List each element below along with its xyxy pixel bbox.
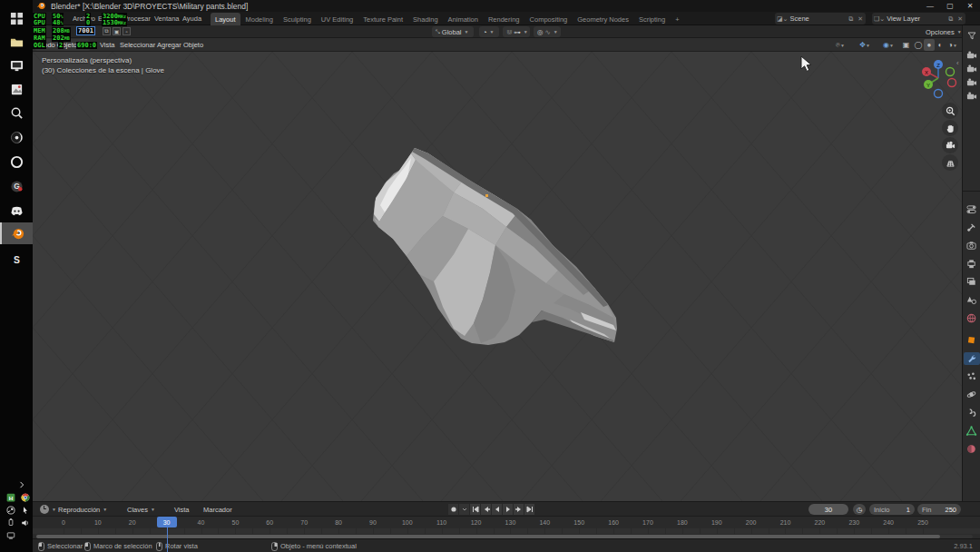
properties-tab-render[interactable] <box>965 240 978 252</box>
osd-button[interactable]: ⧉ <box>103 27 111 35</box>
xray-toggle[interactable]: ▣ <box>900 39 912 51</box>
properties-tab-view-layer[interactable] <box>965 276 978 289</box>
tab-geometry-nodes[interactable]: Geometry Nodes <box>573 13 633 25</box>
shading-material-button[interactable]: ◐ <box>935 39 946 51</box>
copy-icon[interactable]: ⧉ <box>848 15 853 23</box>
tab-texture-paint[interactable]: Texture Paint <box>358 13 407 25</box>
title-bar[interactable]: Blender* [X:\Blender 3D\PROYECTS\Militar… <box>33 0 980 12</box>
tab-+[interactable]: + <box>671 13 683 25</box>
properties-tab-physics[interactable] <box>965 389 978 401</box>
navigation-gizmo[interactable]: Z X Y <box>917 57 959 99</box>
options-dropdown[interactable]: Opciones▼ <box>922 26 965 37</box>
properties-tab-constraints[interactable] <box>965 407 978 419</box>
zoom-tool-button[interactable] <box>942 103 958 119</box>
properties-tab-editor-type[interactable] <box>965 203 978 216</box>
tab-modeling[interactable]: Modeling <box>241 13 278 25</box>
taskbar-file-explorer-icon[interactable] <box>4 31 29 53</box>
close-icon[interactable]: ✕ <box>957 15 963 23</box>
menu-ayuda[interactable]: Ayuda <box>179 12 205 25</box>
snap-target-dropdown[interactable]: ⋓⊶▼ <box>503 26 530 37</box>
properties-tab-world[interactable] <box>965 312 978 325</box>
tray-h-app-icon[interactable]: H <box>5 492 17 503</box>
jump-to-end-button[interactable] <box>524 504 534 515</box>
outliner-item-camera-icon[interactable] <box>965 76 978 89</box>
properties-tab-material[interactable] <box>965 443 978 456</box>
current-frame-field[interactable]: 30 <box>808 504 848 515</box>
shading-rendered-button[interactable]: ◑▼ <box>946 39 960 51</box>
osd-button[interactable]: ▫ <box>122 27 131 35</box>
close-icon[interactable]: ✕ <box>858 15 863 23</box>
gizmos-dropdown[interactable]: ✥▼ <box>855 39 875 51</box>
taskbar-blender-icon[interactable] <box>0 222 33 244</box>
properties-tab-object-data[interactable] <box>965 425 978 438</box>
taskbar-monitor-app-icon[interactable] <box>4 54 29 76</box>
timeline-menu-claves[interactable]: Claves▼ <box>123 502 159 517</box>
properties-tab-particles[interactable] <box>965 370 978 383</box>
tray-speaker-icon[interactable] <box>19 518 32 528</box>
frame-clock-icon[interactable]: ◷ <box>853 504 866 515</box>
viewport-menu-objeto[interactable]: Objeto <box>180 38 207 52</box>
restore-button[interactable]: ▢ <box>940 0 960 12</box>
playhead[interactable]: 30 <box>157 517 177 527</box>
tray-tray-expand-icon[interactable] <box>16 479 29 490</box>
timeline-channels[interactable] <box>33 528 980 534</box>
tray-usb-icon[interactable] <box>5 518 17 528</box>
frame-start-field[interactable]: Inicio1 <box>869 504 915 515</box>
timeline-menu-vista[interactable]: Vista <box>171 502 193 517</box>
taskbar-windows-start-icon[interactable] <box>4 7 29 29</box>
viewport-menu-vista[interactable]: Vista <box>96 38 119 52</box>
record-button[interactable] <box>448 504 458 515</box>
copy-icon[interactable]: ⧉ <box>948 15 953 23</box>
taskbar-search-icon[interactable] <box>4 102 29 123</box>
taskbar-discord-icon[interactable] <box>4 200 29 222</box>
timeline-menu-marcador[interactable]: Marcador <box>200 502 236 517</box>
properties-tab-scene[interactable] <box>965 294 978 307</box>
properties-tab-output[interactable] <box>965 258 978 271</box>
tab-scripting[interactable]: Scripting <box>634 13 670 25</box>
minimize-button[interactable]: — <box>920 0 940 12</box>
tab-animation[interactable]: Animation <box>444 13 483 25</box>
scene-selector[interactable]: ◪⌄ Scene ⧉ ✕ <box>775 13 866 25</box>
taskbar-photos-app-icon[interactable] <box>4 78 29 100</box>
frame-end-field[interactable]: Fin250 <box>917 504 961 515</box>
tray-chrome-icon[interactable] <box>19 492 32 503</box>
taskbar-media-app-icon[interactable] <box>4 126 29 148</box>
proportional-editing-dropdown[interactable]: ◎∿▼ <box>534 26 561 37</box>
properties-tab-tool[interactable] <box>965 222 978 234</box>
outliner-item-camera-icon[interactable] <box>965 63 978 75</box>
tab-compositing[interactable]: Compositing <box>525 13 573 25</box>
properties-tab-object[interactable] <box>965 334 978 347</box>
shading-solid-button[interactable]: ● <box>924 39 935 51</box>
properties-tab-modifiers[interactable] <box>964 352 980 365</box>
previous-keyframe-button[interactable] <box>481 504 491 515</box>
pan-tool-button[interactable] <box>942 120 958 136</box>
outliner-item-camera-icon[interactable] <box>965 49 978 62</box>
transform-orientation-dropdown[interactable]: ⤡ Global▼ <box>432 26 474 37</box>
tab-shading[interactable]: Shading <box>408 13 443 25</box>
tab-layout[interactable]: Layout <box>211 13 240 25</box>
tray-pointer-icon[interactable] <box>19 505 32 516</box>
shading-wireframe-button[interactable]: ◯ <box>913 39 924 51</box>
play-reverse-button[interactable] <box>492 504 502 515</box>
tray-steam-icon[interactable] <box>5 505 17 516</box>
jump-to-start-button[interactable] <box>470 504 480 515</box>
snapping-dropdown[interactable]: ◔▼ <box>479 26 499 37</box>
play-button[interactable] <box>503 504 513 515</box>
perspective-toggle-button[interactable] <box>942 154 958 171</box>
tab-sculpting[interactable]: Sculpting <box>279 13 316 25</box>
taskbar-substance-app-icon[interactable]: S <box>4 249 29 271</box>
taskbar-ring-app-icon[interactable] <box>4 151 29 172</box>
view-layer-selector[interactable]: ❏⌄ View Layer ⧉ ✕ <box>872 13 965 25</box>
taskbar-gpu-app-icon[interactable]: G <box>4 175 29 197</box>
timeline-menu-reproduccin[interactable]: Reproducción▼ <box>54 502 111 517</box>
tab-uv-editing[interactable]: UV Editing <box>317 13 358 25</box>
next-keyframe-button[interactable] <box>514 504 524 515</box>
close-button[interactable]: ✕ <box>960 0 980 12</box>
tray-network-icon[interactable] <box>5 530 17 541</box>
pivot-point-dropdown[interactable]: ⌾▼ <box>831 39 849 51</box>
outliner-filter-icon[interactable] <box>965 29 978 42</box>
3d-viewport[interactable]: Personalizada (perspectiva) (30) Colecci… <box>33 52 962 501</box>
timeline-ruler[interactable]: 0102030405060708090100110120130140150160… <box>33 517 980 528</box>
osd-button[interactable]: ▣ <box>113 27 121 35</box>
outliner-item-camera-icon[interactable] <box>965 90 978 103</box>
